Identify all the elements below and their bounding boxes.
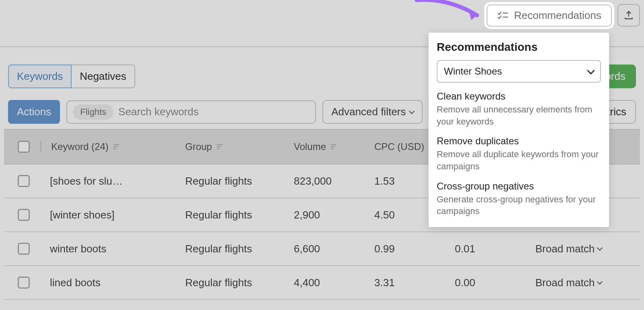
cell-group: Regular flights [181,243,290,255]
sort-icon [330,143,337,150]
cell-group: Regular flights [181,277,290,289]
cell-volume: 2,900 [290,209,370,221]
cell-group: Regular flights [181,175,290,187]
chevron-down-icon [409,108,415,114]
recommendation-desc: Remove all duplicate keywords from your … [437,148,601,172]
cell-keyword[interactable]: [winter shoes] [40,209,181,221]
search-box[interactable]: Flights [66,100,316,124]
search-input[interactable] [118,106,310,118]
svg-marker-2 [468,8,477,20]
cell-keyword[interactable]: [shoes for slu… [40,175,181,187]
cell-cpc: 3.31 [370,277,451,289]
cell-volume: 6,600 [290,243,370,255]
table-row: winter boots Regular flights 6,600 0.99 … [4,232,640,266]
sort-icon [216,143,223,150]
recommendations-popover: Recommendations Winter Shoes Clean keywo… [428,32,609,227]
cell-keyword[interactable]: winter boots [40,243,181,255]
chevron-down-icon [597,245,603,251]
cell-group: Regular flights [181,209,290,221]
recommendation-cross-group-negatives[interactable]: Cross-group negatives Generate cross-gro… [437,181,601,217]
recommendation-title: Clean keywords [437,91,601,102]
sort-icon [113,143,120,150]
cell-cpc: 0.99 [370,243,451,255]
cell-volume: 823,000 [290,175,370,187]
chevron-down-icon [587,67,595,75]
select-all-checkbox[interactable] [18,141,30,153]
col-group[interactable]: Group [181,141,290,152]
recommendation-title: Cross-group negatives [437,181,601,192]
actions-button[interactable]: Actions [8,100,60,124]
row-checkbox[interactable] [18,277,30,289]
keywords-negatives-toggle: Keywords Negatives [8,64,135,88]
checklist-icon [497,11,508,19]
row-checkbox[interactable] [18,175,30,187]
search-chip[interactable]: Flights [73,104,114,120]
advanced-filters-label: Advanced filters [331,106,406,118]
recommendation-desc: Generate cross-group negatives for your … [437,193,601,217]
recommendation-remove-duplicates[interactable]: Remove duplicates Remove all duplicate k… [437,135,601,172]
table-row: lined boots Regular flights 4,400 3.31 0… [4,266,640,300]
recommendations-button[interactable]: Recommendations [487,4,612,27]
cell-comp: 0.01 [451,243,531,255]
cell-keyword[interactable]: lined boots [40,277,181,289]
popover-heading: Recommendations [437,41,601,54]
advanced-filters-button[interactable]: Advanced filters [322,100,423,124]
cell-volume: 4,400 [290,277,370,289]
tab-negatives[interactable]: Negatives [71,64,135,88]
col-keyword[interactable]: Keyword (24) [40,141,181,152]
recommendations-label: Recommendations [514,9,601,22]
cell-comp: 0.00 [451,277,531,289]
campaign-select[interactable]: Winter Shoes [437,60,601,83]
cell-match[interactable]: Broad match [531,243,644,255]
recommendation-desc: Remove all unnecessary elements from you… [437,104,601,127]
upload-icon [623,10,634,21]
export-button[interactable] [617,4,640,27]
highlight-arrow [413,0,493,34]
cell-match[interactable]: Broad match [531,277,644,289]
row-checkbox[interactable] [18,209,30,221]
tab-keywords[interactable]: Keywords [8,64,72,88]
recommendation-title: Remove duplicates [437,135,601,147]
campaign-select-value: Winter Shoes [444,66,502,77]
chevron-down-icon [597,279,603,285]
recommendation-clean-keywords[interactable]: Clean keywords Remove all unnecessary el… [437,91,601,127]
row-checkbox[interactable] [18,243,30,255]
col-volume[interactable]: Volume [290,141,370,152]
